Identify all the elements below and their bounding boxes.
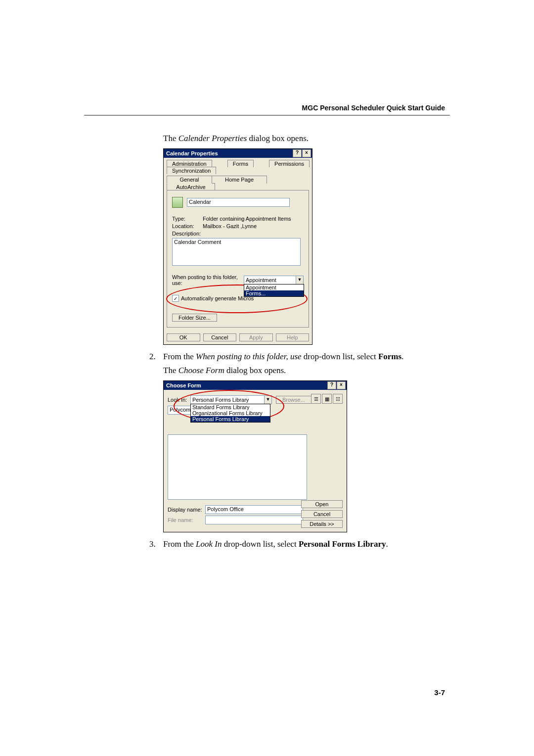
lookin-option-organizational[interactable]: Organizational Forms Library	[191, 410, 270, 416]
help-icon[interactable]: ?	[327, 381, 336, 389]
auto-generate-label: Automatically generate Micros	[181, 295, 254, 301]
text: dialog box opens.	[224, 366, 286, 375]
ok-button[interactable]: OK	[167, 333, 200, 341]
lookin-option-standard[interactable]: Standard Forms Library	[191, 404, 270, 410]
cancel-button[interactable]: Cancel	[301, 510, 343, 518]
posting-select-value: Appointment	[246, 277, 276, 283]
list-filter-input[interactable]: Polycom	[168, 406, 191, 415]
auto-generate-checkbox[interactable]: ✓	[172, 295, 179, 302]
text-italic: Calender Properties	[178, 134, 247, 143]
tab-autoarchive[interactable]: AutoArchive	[167, 183, 215, 190]
calendar-properties-dialog: Calendar Properties ? × Administration F…	[163, 148, 312, 345]
details-button[interactable]: Details >>	[301, 520, 343, 528]
tab-synchronization[interactable]: Synchronization	[167, 167, 216, 174]
lookin-dropdown[interactable]: Standard Forms Library Organizational Fo…	[190, 404, 270, 423]
posting-select[interactable]: Appointment ▼ Appointment Forms...	[244, 276, 304, 284]
location-value: Mailbox - Gazit ,Lynne	[203, 223, 257, 229]
chevron-down-icon[interactable]: ▼	[264, 396, 271, 404]
location-label: Location:	[172, 223, 203, 229]
choose-form-dialog: Choose Form ? × ☰ ▦ ☷ Look In: Personal …	[163, 380, 347, 532]
tab-forms[interactable]: Forms	[227, 160, 254, 167]
browse-button[interactable]: Browse...	[276, 396, 312, 404]
help-icon[interactable]: ?	[293, 149, 302, 157]
close-icon[interactable]: ×	[337, 381, 346, 389]
lookin-option-personal[interactable]: Personal Forms Library	[191, 416, 270, 422]
text: From the	[163, 539, 196, 549]
step-3: 3.From the Look In drop-down list, selec…	[149, 539, 440, 549]
display-name-input[interactable]: Polycom Office	[205, 505, 303, 514]
dialog-titlebar: Choose Form ? ×	[164, 381, 347, 390]
text: The	[163, 134, 178, 143]
dialog-title: Calendar Properties	[166, 150, 218, 156]
text: drop-down list, select	[222, 539, 299, 549]
step-number: 2.	[149, 352, 163, 362]
description-textarea[interactable]: Calendar Comment	[172, 238, 301, 266]
step-number: 3.	[149, 539, 163, 549]
step-2: 2.From the When posting to this folder, …	[149, 352, 440, 362]
help-button[interactable]: Help	[276, 333, 310, 341]
text-italic: When posting to this folder, use	[196, 352, 301, 361]
text-italic: Look In	[196, 539, 222, 549]
text-bold: Forms	[378, 352, 401, 361]
form-listbox[interactable]	[168, 434, 307, 500]
text-bold: Personal Forms Library	[299, 539, 386, 549]
text: dialog box opens.	[247, 134, 309, 143]
display-name-label: Display name:	[168, 507, 205, 513]
apply-button[interactable]: Apply	[239, 333, 273, 341]
text-italic: Choose Form	[178, 366, 224, 375]
calendar-icon	[172, 197, 183, 208]
file-name-input[interactable]	[205, 516, 303, 524]
tab-home-page[interactable]: Home Page	[212, 176, 267, 184]
dialog-titlebar: Calendar Properties ? ×	[164, 149, 312, 158]
tab-permissions[interactable]: Permissions	[269, 160, 310, 167]
type-label: Type:	[172, 216, 203, 222]
tab-body-general: Calendar Type: Folder containing Appoint…	[167, 190, 309, 328]
tab-general[interactable]: General	[167, 176, 212, 184]
dialog-title: Choose Form	[166, 382, 201, 388]
description-label: Description:	[172, 231, 203, 236]
open-button[interactable]: Open	[301, 500, 343, 508]
intro-line-2: The Choose Form dialog box opens.	[163, 366, 440, 376]
text: .	[386, 539, 388, 549]
type-value: Folder containing Appointment Items	[203, 216, 291, 222]
posting-label: When posting to this folder, use:	[172, 274, 244, 286]
close-icon[interactable]: ×	[302, 149, 311, 157]
lookin-select[interactable]: Personal Forms Library ▼ Standard Forms …	[190, 395, 272, 404]
posting-dropdown[interactable]: Appointment Forms...	[244, 284, 304, 297]
folder-name-input[interactable]: Calendar	[187, 198, 290, 207]
dialog-button-row: OK Cancel Apply Help	[164, 331, 312, 344]
page-number: 3-7	[434, 688, 445, 697]
text: The	[163, 366, 178, 375]
lookin-select-value: Personal Forms Library	[192, 397, 249, 403]
folder-size-button[interactable]: Folder Size...	[172, 314, 217, 322]
posting-option-appointment[interactable]: Appointment	[244, 284, 304, 290]
intro-line-1: The Calender Properties dialog box opens…	[163, 134, 440, 143]
header-divider	[84, 115, 450, 116]
doc-header: MGC Personal Scheduler Quick Start Guide	[302, 104, 445, 112]
tab-administration[interactable]: Administration	[167, 160, 212, 167]
file-name-label: File name:	[168, 517, 205, 523]
lookin-label: Look In:	[168, 397, 190, 403]
text: .	[401, 352, 403, 361]
chevron-down-icon[interactable]: ▼	[296, 276, 303, 284]
text: From the	[163, 352, 196, 361]
text: drop-down list, select	[302, 352, 378, 361]
posting-option-forms[interactable]: Forms...	[244, 290, 304, 296]
cancel-button[interactable]: Cancel	[203, 333, 237, 341]
